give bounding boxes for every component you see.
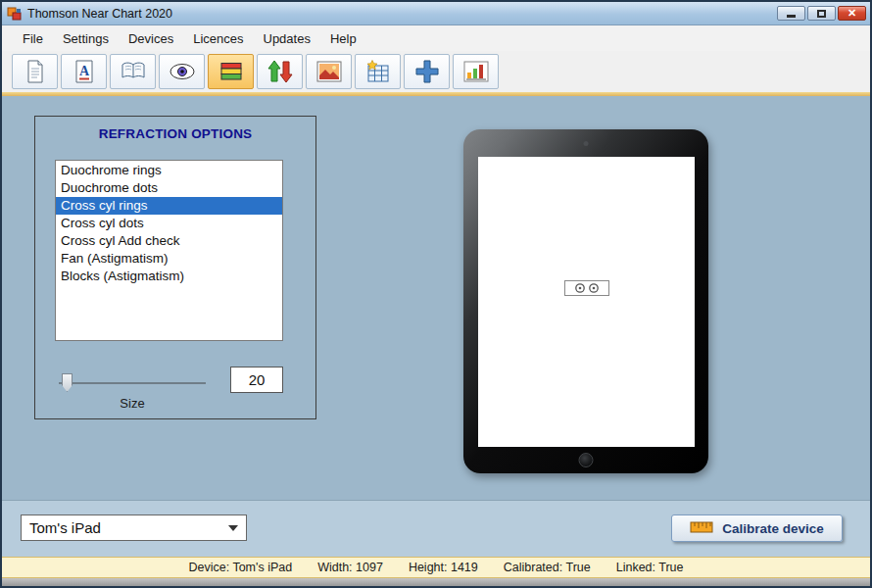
- status-linked: Linked: True: [616, 561, 684, 574]
- toolbar-button-sort-arrows[interactable]: [257, 54, 303, 89]
- device-select[interactable]: Tom's iPad: [21, 514, 247, 541]
- calibrate-device-label: Calibrate device: [722, 521, 824, 536]
- toolbar-button-image[interactable]: [306, 54, 352, 89]
- calibrate-device-button[interactable]: Calibrate device: [671, 514, 843, 542]
- sort-arrows-icon: [267, 59, 293, 84]
- chevron-down-icon: [228, 525, 238, 531]
- toolbar-button-eye[interactable]: [159, 54, 205, 89]
- camera-dot: [584, 141, 589, 146]
- panel-title: REFRACTION OPTIONS: [35, 126, 315, 141]
- svg-text:A: A: [78, 64, 89, 78]
- status-bar: Device: Tom's iPad Width: 1097 Height: 1…: [2, 557, 870, 578]
- titlebar: Thomson Near Chart 2020 ✕: [2, 2, 870, 25]
- menu-updates[interactable]: Updates: [255, 27, 319, 50]
- maximize-icon: [817, 10, 826, 18]
- toolbar-button-duochrome-bars[interactable]: [208, 54, 254, 89]
- menu-settings[interactable]: Settings: [54, 27, 118, 50]
- grid-star-icon: [365, 60, 391, 84]
- duochrome-bars-icon: [219, 61, 243, 82]
- device-select-value: Tom's iPad: [29, 519, 228, 536]
- close-button[interactable]: ✕: [838, 6, 866, 21]
- eye-icon: [169, 60, 196, 83]
- menu-bar: File Settings Devices Licences Updates H…: [2, 25, 870, 51]
- app-icon: [7, 6, 23, 22]
- minimize-icon: [787, 15, 796, 18]
- size-slider-thumb[interactable]: [62, 373, 73, 392]
- document-icon: [24, 59, 47, 84]
- toolbar-button-grid-star[interactable]: [355, 54, 401, 89]
- refraction-option[interactable]: Fan (Astigmatism): [56, 250, 282, 268]
- size-value-input[interactable]: 20: [230, 367, 283, 393]
- device-preview-ipad: [463, 129, 708, 473]
- refraction-options-listbox[interactable]: Duochrome rings Duochrome dots Cross cyl…: [55, 160, 283, 341]
- refraction-option[interactable]: Duochrome dots: [56, 179, 282, 197]
- device-bar: Tom's iPad Calibrate device: [2, 500, 870, 557]
- toolbar-button-cross[interactable]: [404, 54, 450, 89]
- cross-cyl-rings-target: [564, 280, 609, 300]
- toolbar-button-document[interactable]: [12, 54, 58, 89]
- toolbar: A: [2, 51, 870, 92]
- menu-licences[interactable]: Licences: [184, 27, 252, 50]
- size-slider[interactable]: [59, 373, 206, 393]
- main-area: REFRACTION OPTIONS Duochrome rings Duoch…: [2, 96, 870, 500]
- maximize-button[interactable]: [807, 6, 836, 21]
- menu-devices[interactable]: Devices: [120, 27, 182, 50]
- toolbar-button-book[interactable]: [110, 54, 156, 89]
- status-calibrated: Calibrated: True: [504, 561, 591, 574]
- size-label: Size: [59, 396, 206, 411]
- window-title: Thomson Near Chart 2020: [27, 7, 777, 21]
- close-icon: ✕: [848, 8, 856, 19]
- cross-icon: [414, 59, 440, 84]
- refraction-option[interactable]: Cross cyl dots: [56, 215, 282, 232]
- image-icon: [316, 60, 342, 83]
- refraction-option[interactable]: Cross cyl rings: [56, 197, 282, 215]
- refraction-option[interactable]: Cross cyl Add check: [56, 232, 282, 250]
- graph-icon: [463, 60, 489, 83]
- home-button: [579, 453, 594, 467]
- minimize-button[interactable]: [777, 6, 805, 21]
- toolbar-button-font[interactable]: A: [61, 54, 107, 89]
- menu-help[interactable]: Help: [321, 27, 365, 50]
- refraction-options-panel: REFRACTION OPTIONS Duochrome rings Duoch…: [34, 116, 316, 419]
- status-device: Device: Tom's iPad: [188, 561, 292, 574]
- ruler-icon: [690, 520, 713, 537]
- menu-file[interactable]: File: [14, 27, 52, 50]
- app-window: Thomson Near Chart 2020 ✕ File Settings …: [0, 0, 872, 588]
- font-icon: A: [73, 59, 96, 84]
- toolbar-button-graph[interactable]: [453, 54, 499, 89]
- window-bottom-frame: [2, 578, 870, 586]
- status-height: Height: 1419: [409, 561, 478, 574]
- status-width: Width: 1097: [317, 561, 383, 574]
- refraction-option[interactable]: Blocks (Astigmatism): [56, 268, 282, 285]
- refraction-option[interactable]: Duochrome rings: [56, 162, 282, 179]
- book-icon: [121, 60, 146, 83]
- device-screen: [478, 157, 695, 447]
- size-slider-track: [59, 382, 206, 384]
